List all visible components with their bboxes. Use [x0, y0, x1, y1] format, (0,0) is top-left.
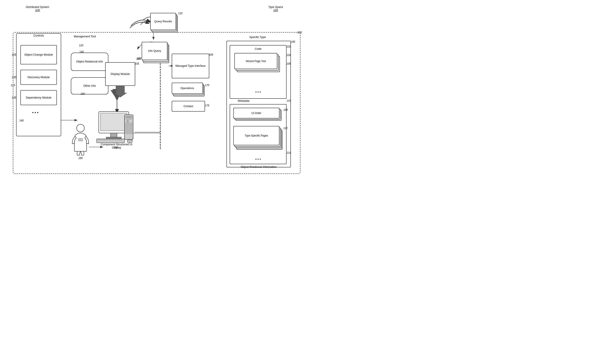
svg-rect-11 [101, 113, 127, 131]
ref-170: 170 [205, 84, 209, 87]
svg-rect-24 [109, 140, 111, 140]
svg-rect-23 [106, 140, 108, 140]
ref-140: 140 [19, 119, 24, 122]
ref-104: 104 [286, 54, 291, 57]
other-info-box: Other Info [71, 77, 108, 94]
discovery-module-box: Discovery Module [20, 70, 57, 85]
metadata-dots: • • • [230, 157, 286, 161]
ref-180: 180 [114, 146, 118, 149]
metadata-label: Metadata [230, 99, 258, 102]
svg-rect-26 [114, 140, 117, 140]
ref-102: 102 [286, 45, 291, 48]
operations-box: Operations [172, 83, 205, 98]
type-space-label: Type Space 105 [268, 5, 283, 12]
query-results-box: Query Results [150, 13, 178, 34]
ref-145: 145 [79, 51, 84, 53]
type-specific-pages-box: Type Specific Pages [233, 126, 283, 152]
ref-195: 195 [291, 40, 295, 43]
ref-155: 155 [135, 62, 139, 65]
svg-marker-9 [114, 85, 127, 97]
wizard-page-tool: Wizard Page Tool [234, 53, 282, 75]
dependency-module-box: Dependency Module [20, 90, 57, 105]
info-query-box: Info Query [142, 42, 169, 64]
svg-point-30 [77, 124, 84, 132]
ref-112: 112 [283, 127, 288, 130]
svg-rect-25 [112, 140, 114, 140]
ui-order-box: UI Order [233, 108, 283, 122]
ref-116: 116 [286, 99, 291, 102]
svg-rect-21 [101, 140, 103, 140]
mti-box: Managed Type Interface [172, 54, 209, 78]
ref-125: 125 [12, 53, 16, 56]
computer-illustration [92, 111, 135, 145]
dashed-vertical-line [160, 63, 161, 149]
contact-box: Contact [172, 101, 205, 112]
distributed-system-label: Distributed System 100 [26, 5, 49, 12]
ref-175: 175 [205, 104, 209, 107]
svg-rect-27 [117, 140, 123, 140]
ref-120: 120 [79, 44, 83, 47]
diagram-container: Distributed System 100 Type Space 105 Qu… [0, 0, 305, 182]
svg-rect-22 [103, 140, 105, 140]
ref-165: 165 [209, 53, 213, 56]
ref-135: 135 [12, 96, 16, 99]
svg-point-17 [127, 120, 129, 122]
down-arrow-svg [114, 85, 127, 98]
ref-190: 190 [297, 31, 302, 34]
svg-rect-19 [97, 139, 125, 143]
obj-relational-info-box: Object Relational Info [71, 52, 108, 71]
person-illustration [70, 123, 91, 156]
svg-rect-13 [106, 137, 121, 139]
svg-rect-16 [126, 119, 132, 119]
computer-to-mti-line [135, 132, 161, 133]
metadata-box: UI Order 108 Type Specific Pages 112 • •… [230, 104, 286, 164]
ref-106: 106 [286, 62, 291, 65]
obj-relational-info-bottom-label: Object Relational Information [226, 165, 291, 169]
svg-rect-18 [126, 123, 132, 134]
display-module-box: Display Module [105, 62, 135, 86]
svg-rect-15 [126, 117, 132, 118]
ref-110: 110 [178, 12, 182, 15]
svg-rect-20 [98, 140, 100, 140]
iq-to-mti-arrow [169, 64, 174, 68]
ref-130: 130 [12, 76, 16, 79]
specific-type-label: Specific Type [224, 35, 291, 39]
ref-150: 150 [80, 92, 85, 95]
ref-108: 108 [283, 108, 288, 111]
ref-114: 114 [286, 151, 291, 154]
svg-rect-12 [111, 133, 117, 137]
controls-dots: • • • [32, 111, 39, 115]
code-dots: • • • [230, 90, 286, 94]
ref-115: 115 [11, 84, 15, 87]
code-label: Code [230, 47, 286, 51]
ref-185: 185 [78, 157, 83, 160]
object-change-module-box: Object Change Module [20, 45, 57, 64]
mgmt-tool-label: Management Tool [71, 35, 99, 38]
code-box: Code Wizard Page Tool • • • [230, 45, 286, 99]
